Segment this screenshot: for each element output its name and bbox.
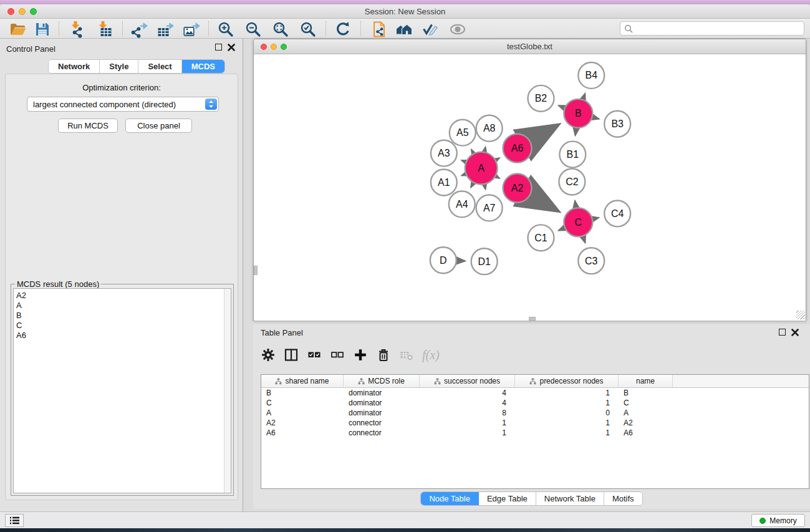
vertical-scrollbar-thumb[interactable] <box>254 266 258 275</box>
graph-node-A5[interactable]: A5 <box>450 120 476 146</box>
graph-node-A2[interactable]: A2 <box>503 174 532 203</box>
graph-node-A[interactable]: A <box>465 152 498 185</box>
network-window-titlebar[interactable]: testGlobe.txt <box>254 39 806 54</box>
graph-node-A8[interactable]: A8 <box>476 115 503 142</box>
function-builder-icon[interactable]: f(x) <box>422 348 440 362</box>
tab-style[interactable]: Style <box>100 60 138 73</box>
result-list-item[interactable]: A2 <box>14 291 231 301</box>
memory-button[interactable]: Memory <box>751 514 805 527</box>
zoom-out-icon[interactable] <box>244 21 262 38</box>
task-history-button[interactable] <box>5 514 24 527</box>
add-row-icon[interactable] <box>353 347 368 362</box>
show-hide-icon[interactable] <box>449 21 466 38</box>
result-list-item[interactable]: B <box>14 311 231 321</box>
search-box[interactable] <box>620 21 804 36</box>
validate-icon[interactable] <box>422 21 439 38</box>
graph-edge-A2-C[interactable] <box>530 195 557 211</box>
export-image-icon[interactable] <box>183 21 201 38</box>
column-header-shared-name[interactable]: shared name <box>261 375 344 387</box>
result-list-item[interactable]: C <box>14 321 231 331</box>
home-icon[interactable] <box>395 21 413 38</box>
graph-node-C2[interactable]: C2 <box>559 169 585 195</box>
graph-node-B1[interactable]: B1 <box>559 142 586 168</box>
zoom-fit-icon[interactable] <box>272 21 289 38</box>
column-header-predecessor-nodes[interactable]: predecessor nodes <box>515 375 619 387</box>
close-panel-icon[interactable] <box>228 44 235 51</box>
graph-edge-A-A7[interactable] <box>485 185 485 189</box>
network-canvas[interactable]: B4B2BB3A5A8A6A3B1AA1C2A2A4A7C4CC1C3DD1 <box>254 55 806 321</box>
table-row[interactable]: Adominator80A <box>261 408 809 418</box>
graph-edge-A-A3[interactable] <box>462 160 466 162</box>
tab-mcds[interactable]: MCDS <box>182 60 224 73</box>
result-list-item[interactable]: A6 <box>14 331 231 341</box>
float-panel-icon[interactable] <box>215 44 222 51</box>
graph-edge-A-A4[interactable] <box>471 183 473 187</box>
table-row[interactable]: Bdominator41B <box>261 388 809 398</box>
graph-edge-A-A1[interactable] <box>462 174 466 175</box>
select-all-icon[interactable] <box>307 347 322 362</box>
horizontal-scrollbar-thumb[interactable] <box>529 317 536 321</box>
graph-edge-C-C3[interactable] <box>583 236 585 243</box>
graph-edge-A-A2[interactable] <box>496 177 499 178</box>
graph-node-B4[interactable]: B4 <box>578 62 604 89</box>
graph-node-C[interactable]: C <box>564 208 592 236</box>
table-row[interactable]: A6connector11A6 <box>261 428 809 438</box>
tab-edge-table[interactable]: Edge Table <box>479 492 536 505</box>
graph-edge-B-B4[interactable] <box>583 94 585 99</box>
column-header-MCDS-role[interactable]: MCDS role <box>344 375 420 387</box>
graph-edge-C-C4[interactable] <box>593 218 599 219</box>
graph-edge-A-A6[interactable] <box>496 158 499 160</box>
table-row[interactable]: Cdominator41C <box>261 398 809 408</box>
graph-node-A4[interactable]: A4 <box>449 191 475 217</box>
result-list-scrollbar[interactable] <box>224 289 231 493</box>
graph-node-A7[interactable]: A7 <box>476 195 503 221</box>
graph-node-A3[interactable]: A3 <box>431 140 457 167</box>
graph-edge-B-B3[interactable] <box>592 117 599 119</box>
graph-edge-A6-B[interactable] <box>530 125 557 141</box>
resize-grip[interactable] <box>796 311 805 319</box>
graph-node-D1[interactable]: D1 <box>471 248 498 274</box>
result-list-item[interactable]: A <box>14 301 231 311</box>
open-file-icon[interactable] <box>9 21 26 38</box>
deselect-all-icon[interactable] <box>330 347 345 362</box>
graph-node-D[interactable]: D <box>430 247 456 273</box>
graph-edge-C-C1[interactable] <box>559 228 564 231</box>
tab-node-table[interactable]: Node Table <box>421 492 479 505</box>
criterion-dropdown[interactable]: largest connected component (directed) <box>27 97 219 112</box>
graph-node-C3[interactable]: C3 <box>578 248 604 274</box>
close-panel-button[interactable]: Close panel <box>125 118 192 133</box>
export-table-icon[interactable] <box>157 21 175 38</box>
graph-node-B2[interactable]: B2 <box>528 85 554 112</box>
table-close-panel-icon[interactable] <box>791 329 799 336</box>
tab-select[interactable]: Select <box>138 60 181 73</box>
graph-node-A1[interactable]: A1 <box>431 170 457 196</box>
graph-edge-A-A5[interactable] <box>471 150 473 153</box>
mcds-result-list[interactable]: A2ABCA6 <box>13 288 231 493</box>
delete-table-icon[interactable] <box>399 347 414 362</box>
open-session-network-icon[interactable] <box>370 21 388 38</box>
tab-network-table[interactable]: Network Table <box>536 492 604 505</box>
column-header-successor-nodes[interactable]: successor nodes <box>420 375 515 387</box>
save-session-icon[interactable] <box>34 21 51 38</box>
gear-icon[interactable] <box>261 347 276 362</box>
import-table-icon[interactable] <box>95 21 112 38</box>
search-input[interactable] <box>635 22 801 34</box>
split-columns-icon[interactable] <box>284 347 299 362</box>
graph-node-C1[interactable]: C1 <box>528 225 554 251</box>
import-network-icon[interactable] <box>67 21 85 38</box>
run-mcds-button[interactable]: Run MCDS <box>58 118 118 133</box>
graph-node-B3[interactable]: B3 <box>604 111 630 137</box>
column-header-name[interactable]: name <box>619 375 673 387</box>
export-network-icon[interactable] <box>131 21 148 38</box>
table-float-panel-icon[interactable] <box>779 329 786 336</box>
graph-edge-A-A8[interactable] <box>485 147 485 152</box>
table-row[interactable]: A2connector11A2 <box>261 418 809 428</box>
tab-motifs[interactable]: Motifs <box>604 492 642 505</box>
graph-edge-C-C2[interactable] <box>575 201 576 208</box>
graph-edge-B-B1[interactable] <box>576 128 577 135</box>
tab-network[interactable]: Network <box>49 60 100 73</box>
zoom-selected-icon[interactable] <box>299 21 317 38</box>
delete-row-icon[interactable] <box>376 347 391 362</box>
graph-node-C4[interactable]: C4 <box>604 200 630 226</box>
graph-node-A6[interactable]: A6 <box>503 134 532 163</box>
